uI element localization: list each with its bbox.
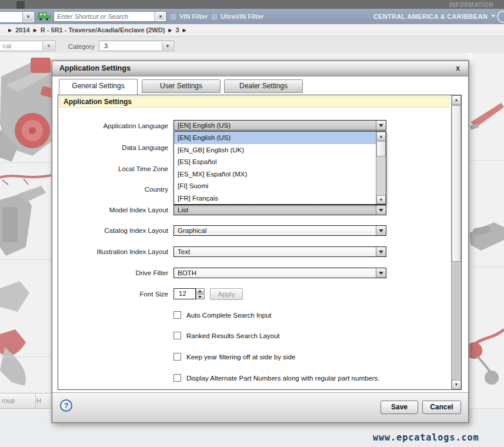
scroll-up-icon[interactable]: ▲	[376, 132, 386, 141]
cancel-button[interactable]: Cancel	[422, 401, 461, 414]
layout-dropdown[interactable]: cal ▼	[0, 41, 56, 51]
drive-filter-dropdown[interactable]: BOTH	[173, 268, 386, 278]
font-size-input[interactable]: 12	[173, 288, 196, 299]
field-label-model-index-layout: Model Index Layout	[58, 205, 173, 215]
section-header: Application Settings	[59, 96, 449, 108]
watermark-text: www.epcatalogs.com	[373, 432, 479, 443]
scrollbar-thumb[interactable]	[452, 105, 461, 262]
help-icon[interactable]: ?	[60, 399, 72, 412]
tab-dealer-settings[interactable]: Dealer Settings	[224, 79, 303, 93]
application-language-dropdown[interactable]: [EN] English (US)	[173, 120, 386, 131]
font-size-stepper	[196, 288, 205, 299]
chevron-down-icon[interactable]	[376, 205, 386, 215]
apply-button[interactable]: Apply	[210, 288, 243, 300]
region-selector[interactable]: CENTRAL AMERICA & CARIBBEAN	[373, 13, 488, 20]
ultravin-filter-label: UltraVIN Filter	[221, 13, 263, 20]
settings-panel: Application Settings Application Languag…	[58, 95, 462, 390]
breadcrumb-category[interactable]: 3	[175, 26, 179, 34]
table-header-group: roup	[0, 393, 36, 408]
vin-filter-checkbox[interactable]	[169, 13, 177, 21]
chevron-down-icon[interactable]	[376, 247, 386, 256]
field-label-catalog-index-layout: Catalog Index Layout	[58, 225, 173, 236]
category-dropdown-value: 3	[104, 42, 108, 49]
breadcrumb-arrow-icon: ▶	[8, 28, 12, 33]
search-dropdown-button[interactable]: ▼	[155, 11, 166, 22]
illustration-index-layout-value: Text	[178, 247, 190, 256]
breadcrumb-model[interactable]: R - 5R1 - Traverse/Acadia/Enclave (2WD)	[41, 26, 165, 34]
search-input[interactable]	[54, 11, 161, 22]
background-table-header: roup H	[0, 393, 52, 409]
field-label-data-language: Data Language	[58, 142, 173, 153]
breadcrumb-year[interactable]: 2014	[15, 26, 29, 34]
scrollbar-thumb[interactable]	[376, 141, 386, 156]
breadcrumb-arrow-icon: ▶	[34, 28, 37, 33]
scroll-down-icon[interactable]: ▼	[452, 380, 461, 389]
illustration-index-layout-dropdown[interactable]: Text	[173, 246, 386, 257]
field-label-application-language: Application Language	[58, 121, 173, 131]
field-label-drive-filter: Drive Filter	[58, 268, 173, 278]
chevron-down-icon[interactable]	[376, 226, 386, 235]
alternate-part-numbers-checkbox[interactable]	[173, 374, 181, 382]
dropdown-option-fr[interactable]: [FR] Français	[174, 192, 376, 205]
scroll-up-icon[interactable]: ▲	[452, 95, 461, 105]
category-dropdown[interactable]: 3 ▼	[99, 41, 174, 51]
save-button[interactable]: Save	[380, 401, 418, 414]
field-label-country: Country	[58, 184, 173, 195]
model-index-layout-value: List	[178, 205, 188, 215]
breadcrumb-arrow-icon: ▶	[183, 28, 186, 33]
close-icon[interactable]: x	[456, 64, 460, 72]
auto-complete-checkbox[interactable]	[173, 311, 181, 319]
dropdown-option-es-mx[interactable]: [ES_MX] Español (MX)	[174, 168, 376, 181]
chevron-down-icon[interactable]	[491, 15, 496, 18]
dropdown-option-en-gb[interactable]: [EN_GB] English (UK)	[174, 144, 376, 156]
chevron-down-icon[interactable]	[376, 268, 386, 278]
help-ring-icon[interactable]	[497, 11, 504, 23]
application-window: INFORMATION ▼ ▼ VIN Filter UltraVIN Filt…	[0, 0, 504, 447]
dialog-footer: ? Save Cancel	[52, 392, 468, 422]
alternate-part-numbers-label: Display Alternate Part Numbers along wit…	[186, 374, 380, 382]
model-index-layout-dropdown[interactable]: List	[173, 205, 386, 215]
dropdown-scrollbar[interactable]: ▲ ▼	[376, 132, 386, 204]
stepper-up-icon[interactable]	[196, 288, 205, 293]
field-label-font-size: Font Size	[58, 289, 173, 299]
catalog-index-layout-dropdown[interactable]: Graphical	[173, 225, 386, 236]
vin-filter-label: VIN Filter	[179, 13, 208, 20]
ultravin-filter-checkbox[interactable]	[211, 13, 218, 21]
dialog-title-bar[interactable]: Application Settings x	[52, 61, 468, 76]
stepper-down-icon[interactable]	[196, 294, 205, 299]
top-bar-tile	[16, 1, 25, 9]
dropdown-option-en-us[interactable]: [EN] English (US)	[174, 132, 376, 144]
filter-bar: cal ▼ Category 3 ▼	[0, 36, 504, 53]
drive-filter-value: BOTH	[178, 268, 196, 278]
keep-year-filtering-label: Keep year filtering off at side by side	[186, 353, 295, 361]
scroll-down-icon[interactable]: ▼	[376, 195, 386, 204]
chevron-down-icon[interactable]	[376, 121, 386, 130]
category-label: Category	[68, 43, 95, 50]
toolbar-left-dropdown[interactable]: ▼	[0, 11, 35, 23]
field-label-illustration-index-layout: Illustration Index Layout	[58, 246, 173, 257]
application-settings-dialog: Application Settings x General Settings …	[52, 61, 469, 423]
tab-user-settings[interactable]: User Settings	[142, 79, 221, 93]
language-dropdown-list: [EN] English (US) [EN_GB] English (UK) […	[173, 131, 386, 205]
tab-general-settings[interactable]: General Settings	[59, 79, 138, 95]
auto-complete-label: Auto Complete Search Input	[186, 311, 271, 319]
top-system-bar: INFORMATION	[0, 0, 504, 9]
chevron-down-icon: ▼	[156, 13, 165, 20]
layout-dropdown-value: cal	[3, 42, 11, 49]
vehicle-icon	[36, 11, 52, 22]
dropdown-option-es[interactable]: [ES] Español	[174, 156, 376, 168]
settings-scrollbar[interactable]: ▲ ▼	[451, 95, 461, 389]
ranked-results-checkbox[interactable]	[173, 332, 181, 339]
main-toolbar: ▼ ▼ VIN Filter UltraVIN Filter CENTRAL A…	[0, 9, 504, 25]
ranked-results-label: Ranked Results Search Layout	[186, 332, 280, 340]
chevron-down-icon[interactable]: ▼	[22, 12, 34, 22]
chevron-down-icon[interactable]: ▼	[162, 42, 173, 50]
dialog-title: Application Settings	[59, 64, 131, 72]
keep-year-filtering-checkbox[interactable]	[173, 353, 181, 361]
information-label: INFORMATION	[449, 2, 493, 8]
dropdown-option-fi[interactable]: [FI] Suomi	[174, 180, 376, 192]
chevron-down-icon[interactable]: ▼	[42, 42, 55, 50]
breadcrumb-arrow-icon: ▶	[168, 28, 172, 33]
field-label-local-time-zone: Local Time Zone	[58, 164, 173, 174]
application-language-value: [EN] English (US)	[178, 121, 231, 130]
